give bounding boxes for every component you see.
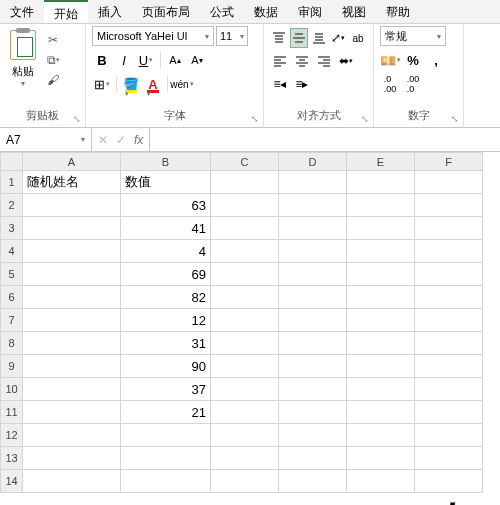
menu-review[interactable]: 审阅	[288, 0, 332, 23]
formula-input[interactable]	[150, 128, 500, 151]
cell-E8[interactable]	[347, 332, 415, 355]
cell-B11[interactable]: 21	[121, 401, 211, 424]
cell-C9[interactable]	[211, 355, 279, 378]
cell-F11[interactable]	[415, 401, 483, 424]
cell-E11[interactable]	[347, 401, 415, 424]
cell-E14[interactable]	[347, 470, 415, 493]
shrink-font-button[interactable]: A▾	[187, 50, 207, 70]
font-dialog-icon[interactable]: ⤡	[251, 114, 259, 124]
col-header-A[interactable]: A	[23, 153, 121, 171]
cell-A2[interactable]	[23, 194, 121, 217]
cell-E3[interactable]	[347, 217, 415, 240]
cell-E9[interactable]	[347, 355, 415, 378]
merge-button[interactable]: ⬌▾	[336, 51, 356, 71]
wrap-text-button[interactable]: ab	[349, 28, 367, 48]
cell-D6[interactable]	[279, 286, 347, 309]
cell-C7[interactable]	[211, 309, 279, 332]
cell-F13[interactable]	[415, 447, 483, 470]
accept-formula-icon[interactable]: ✓	[116, 133, 126, 147]
italic-button[interactable]: I	[114, 50, 134, 70]
cell-F6[interactable]	[415, 286, 483, 309]
cell-E5[interactable]	[347, 263, 415, 286]
paste-button[interactable]: 粘贴 ▾	[6, 30, 40, 88]
cell-D10[interactable]	[279, 378, 347, 401]
font-color-button[interactable]: A	[143, 74, 163, 94]
cell-C6[interactable]	[211, 286, 279, 309]
cell-F7[interactable]	[415, 309, 483, 332]
cell-E12[interactable]	[347, 424, 415, 447]
cell-C12[interactable]	[211, 424, 279, 447]
format-painter-button[interactable]: 🖌	[44, 72, 62, 88]
menu-layout[interactable]: 页面布局	[132, 0, 200, 23]
col-header-C[interactable]: C	[211, 153, 279, 171]
menu-file[interactable]: 文件	[0, 0, 44, 23]
cell-F10[interactable]	[415, 378, 483, 401]
cell-C13[interactable]	[211, 447, 279, 470]
cell-A11[interactable]	[23, 401, 121, 424]
name-box[interactable]: A7▾	[0, 128, 92, 151]
bold-button[interactable]: B	[92, 50, 112, 70]
cell-C8[interactable]	[211, 332, 279, 355]
increase-indent-button[interactable]: ≡▸	[292, 74, 312, 94]
cell-B10[interactable]: 37	[121, 378, 211, 401]
cell-A14[interactable]	[23, 470, 121, 493]
row-header-13[interactable]: 13	[1, 447, 23, 470]
cell-C11[interactable]	[211, 401, 279, 424]
menu-formula[interactable]: 公式	[200, 0, 244, 23]
menu-insert[interactable]: 插入	[88, 0, 132, 23]
row-header-6[interactable]: 6	[1, 286, 23, 309]
menu-home[interactable]: 开始	[44, 0, 88, 23]
cell-B8[interactable]: 31	[121, 332, 211, 355]
row-header-1[interactable]: 1	[1, 171, 23, 194]
cell-F8[interactable]	[415, 332, 483, 355]
cell-D4[interactable]	[279, 240, 347, 263]
cell-C14[interactable]	[211, 470, 279, 493]
align-dialog-icon[interactable]: ⤡	[361, 114, 369, 124]
decrease-decimal-button[interactable]: .00.0	[403, 74, 423, 94]
cell-B4[interactable]: 4	[121, 240, 211, 263]
align-bottom-button[interactable]	[310, 28, 328, 48]
align-right-button[interactable]	[314, 51, 334, 71]
increase-decimal-button[interactable]: .0.00	[380, 74, 400, 94]
cell-C3[interactable]	[211, 217, 279, 240]
number-format-select[interactable]: 常规▾	[380, 26, 446, 46]
cell-A7[interactable]	[23, 309, 121, 332]
cell-A12[interactable]	[23, 424, 121, 447]
align-left-button[interactable]	[270, 51, 290, 71]
cell-A5[interactable]	[23, 263, 121, 286]
cell-E7[interactable]	[347, 309, 415, 332]
row-header-4[interactable]: 4	[1, 240, 23, 263]
cell-B3[interactable]: 41	[121, 217, 211, 240]
cell-A1[interactable]: 随机姓名	[23, 171, 121, 194]
cell-A10[interactable]	[23, 378, 121, 401]
cell-F1[interactable]	[415, 171, 483, 194]
cancel-formula-icon[interactable]: ✕	[98, 133, 108, 147]
row-header-12[interactable]: 12	[1, 424, 23, 447]
cell-A13[interactable]	[23, 447, 121, 470]
menu-help[interactable]: 帮助	[376, 0, 420, 23]
align-middle-button[interactable]	[290, 28, 308, 48]
cell-A3[interactable]	[23, 217, 121, 240]
row-header-7[interactable]: 7	[1, 309, 23, 332]
cell-D1[interactable]	[279, 171, 347, 194]
fx-icon[interactable]: fx	[134, 133, 143, 147]
col-header-D[interactable]: D	[279, 153, 347, 171]
cell-B12[interactable]	[121, 424, 211, 447]
cell-C5[interactable]	[211, 263, 279, 286]
font-name-select[interactable]: Microsoft YaHei UI▾	[92, 26, 214, 46]
cell-A4[interactable]	[23, 240, 121, 263]
cell-D12[interactable]	[279, 424, 347, 447]
cell-E13[interactable]	[347, 447, 415, 470]
align-center-button[interactable]	[292, 51, 312, 71]
row-header-9[interactable]: 9	[1, 355, 23, 378]
row-header-3[interactable]: 3	[1, 217, 23, 240]
cut-button[interactable]: ✂	[44, 32, 62, 48]
cell-B14[interactable]	[121, 470, 211, 493]
cell-D8[interactable]	[279, 332, 347, 355]
row-header-2[interactable]: 2	[1, 194, 23, 217]
grow-font-button[interactable]: A▴	[165, 50, 185, 70]
cell-B13[interactable]	[121, 447, 211, 470]
copy-button[interactable]: ⧉▾	[44, 52, 62, 68]
cell-B1[interactable]: 数值	[121, 171, 211, 194]
row-header-8[interactable]: 8	[1, 332, 23, 355]
